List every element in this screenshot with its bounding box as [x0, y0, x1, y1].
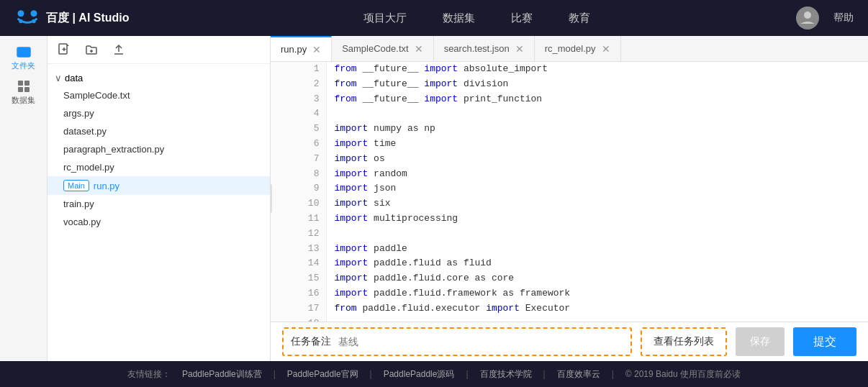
help-link[interactable]: 帮助 — [833, 12, 854, 24]
avatar[interactable] — [796, 6, 819, 29]
table-row: 1from __future__ import absolute_import — [271, 62, 868, 77]
table-row: 14import paddle.fluid as fluid — [271, 256, 868, 271]
code-editor[interactable]: 1from __future__ import absolute_import2… — [271, 62, 868, 322]
task-input-area: 任务备注 — [282, 327, 632, 356]
line-code — [327, 106, 868, 122]
new-file-button[interactable] — [55, 40, 73, 59]
file-name: dataset.py — [63, 126, 107, 137]
folder-arrow-icon: ∨ — [55, 73, 62, 83]
footer-link-baidu-cloud[interactable]: 百度效率云 — [557, 368, 600, 381]
tab-label: SampleCode.txt — [342, 43, 409, 54]
line-code: import paddle.fluid.framework as framewo… — [327, 286, 868, 301]
table-row: 12 — [271, 227, 868, 242]
line-code: from __future__ import absolute_import — [327, 62, 868, 77]
table-row: 11import multiprocessing — [271, 211, 868, 227]
main-area: 文件夹 数据集 — [0, 36, 868, 361]
table-row: 10import six — [271, 196, 868, 211]
file-toolbar — [48, 36, 270, 64]
table-row: 4 — [271, 106, 868, 122]
svg-point-1 — [31, 10, 37, 17]
tab-samplecode[interactable]: SampleCode.txt ✕ — [332, 36, 434, 61]
main-badge: Main — [63, 180, 89, 191]
line-code: import numpy as np — [327, 122, 868, 137]
footer-link-baidu-tech[interactable]: 百度技术学院 — [480, 368, 532, 381]
line-number: 2 — [271, 77, 327, 92]
header-right: 帮助 — [796, 6, 854, 29]
line-number: 15 — [271, 271, 327, 286]
list-item-active[interactable]: Main run.py — [48, 176, 270, 195]
tab-rc-model[interactable]: rc_model.py ✕ — [535, 36, 621, 61]
task-note-label: 任务备注 — [291, 335, 331, 348]
upload-button[interactable] — [109, 40, 128, 59]
logo: 百度 | AI Studio — [14, 8, 130, 28]
nav: 项目大厅 数据集 比赛 教育 — [158, 12, 796, 25]
nav-item-datasets[interactable]: 数据集 — [443, 12, 475, 25]
save-button[interactable]: 保存 — [736, 327, 785, 356]
line-code: import paddle.fluid.core as core — [327, 271, 868, 286]
line-code: import random — [327, 167, 868, 182]
line-number: 16 — [271, 286, 327, 301]
line-number: 11 — [271, 211, 327, 227]
tab-close-icon[interactable]: ✕ — [515, 44, 524, 54]
table-row: 16import paddle.fluid.framework as frame… — [271, 286, 868, 301]
list-item[interactable]: args.py — [48, 104, 270, 122]
line-code: from __future__ import division — [327, 77, 868, 92]
line-number: 5 — [271, 122, 327, 137]
footer-divider: | — [273, 369, 276, 379]
new-folder-button[interactable] — [82, 40, 101, 59]
sidebar-item-datasets[interactable]: 数据集 — [9, 78, 38, 106]
panel-collapse-arrow[interactable]: ◀ — [271, 184, 272, 213]
folder-icon — [17, 45, 31, 59]
line-number: 7 — [271, 152, 327, 167]
view-tasks-button[interactable]: 查看任务列表 — [641, 327, 727, 356]
user-avatar-icon — [799, 9, 816, 27]
upload-icon — [112, 43, 125, 56]
tab-search-test[interactable]: search.test.json ✕ — [434, 36, 535, 61]
table-row: 7import os — [271, 152, 868, 167]
nav-item-competition[interactable]: 比赛 — [511, 12, 533, 25]
footer-link-paddle-official[interactable]: PaddlePaddle官网 — [287, 368, 358, 381]
line-number: 3 — [271, 92, 327, 107]
list-item[interactable]: paragraph_extraction.py — [48, 140, 270, 158]
tab-label: search.test.json — [444, 43, 510, 54]
nav-item-education[interactable]: 教育 — [569, 12, 590, 25]
line-number: 13 — [271, 242, 327, 257]
file-panel: ∨ data SampleCode.txt args.py dataset.py… — [48, 36, 271, 361]
sidebar-datasets-label: 数据集 — [12, 95, 35, 106]
list-item[interactable]: SampleCode.txt — [48, 86, 270, 104]
tab-close-icon[interactable]: ✕ — [602, 44, 610, 54]
tab-close-icon[interactable]: ✕ — [415, 44, 423, 54]
tab-close-icon[interactable]: ✕ — [312, 45, 321, 55]
nav-item-projects[interactable]: 项目大厅 — [363, 12, 407, 25]
svg-rect-8 — [18, 87, 23, 92]
list-item[interactable]: train.py — [48, 195, 270, 213]
table-row: 6import time — [271, 137, 868, 152]
line-number: 10 — [271, 196, 327, 211]
list-item[interactable]: dataset.py — [48, 122, 270, 140]
line-code: from __future__ import print_function — [327, 92, 868, 107]
grid-icon — [17, 79, 31, 94]
table-row: 17from paddle.fluid.executor import Exec… — [271, 301, 868, 317]
line-number: 9 — [271, 181, 327, 196]
line-code: import paddle — [327, 242, 868, 257]
line-code: import six — [327, 196, 868, 211]
new-folder-icon — [85, 43, 98, 56]
list-item[interactable]: vocab.py — [48, 213, 270, 231]
footer-link-paddle-source[interactable]: PaddlePaddle源码 — [384, 368, 455, 381]
submit-button[interactable]: 提交 — [793, 327, 856, 356]
tab-run-py[interactable]: run.py ✕ — [271, 36, 332, 61]
line-code: import paddle.fluid as fluid — [327, 256, 868, 271]
folder-data[interactable]: ∨ data — [48, 70, 270, 86]
bottom-bar: 任务备注 查看任务列表 保存 提交 — [271, 322, 868, 361]
line-number: 6 — [271, 137, 327, 152]
list-item[interactable]: rc_model.py — [48, 158, 270, 176]
line-code: import os — [327, 152, 868, 167]
footer-link-paddle-camp[interactable]: PaddlePaddle训练营 — [182, 368, 262, 381]
line-code — [327, 227, 868, 242]
table-row: 2from __future__ import division — [271, 77, 868, 92]
sidebar-item-files[interactable]: 文件夹 — [9, 43, 38, 72]
baseline-input[interactable] — [338, 329, 623, 354]
code-content: 1from __future__ import absolute_import2… — [271, 62, 868, 322]
file-name: train.py — [63, 199, 94, 209]
file-name: paragraph_extraction.py — [63, 144, 164, 155]
